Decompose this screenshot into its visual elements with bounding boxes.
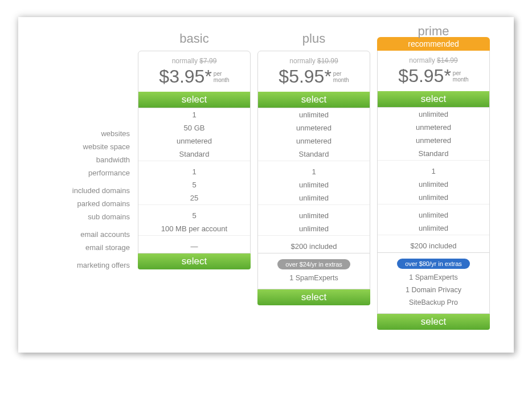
feat-basic-website-space: 50 GB [138, 121, 250, 134]
feat-prime-websites: unlimited [378, 108, 489, 121]
price-basic: $3.95* [159, 66, 212, 87]
feat-prime-included-domains: 1 [378, 165, 489, 178]
feat-basic-marketing-offers: — [138, 240, 250, 253]
feat-plus-parked-domains: unlimited [258, 178, 370, 191]
select-button-plus-bottom[interactable]: select [257, 289, 370, 305]
feat-plus-included-domains: 1 [258, 165, 370, 178]
normally-label: normally [409, 56, 435, 64]
feat-plus-email-storage: unlimited [258, 222, 370, 235]
old-price-plus: $10.99 [317, 57, 338, 65]
feat-prime-sub-domains: unlimited [378, 191, 489, 204]
feat-basic-websites: 1 [138, 108, 250, 121]
feat-basic-included-domains: 1 [138, 165, 250, 178]
label-website-space: website space [35, 140, 138, 153]
label-email-storage: email storage [35, 241, 138, 254]
feat-plus-marketing-offers: $200 included [258, 240, 370, 253]
feat-prime-bandwidth: unmetered [378, 134, 489, 147]
extra-prime-spamexperts: 1 SpamExperts [378, 271, 489, 284]
recommended-badge: recommended [377, 37, 490, 51]
features-basic: 1 50 GB unmetered Standard 1 5 25 5 100 … [138, 108, 251, 253]
normally-label: normally [172, 57, 198, 65]
plan-prime: prime recommended normally $14.99 $5.95*… [377, 31, 490, 330]
features-plus: unlimited unmetered unmetered Standard 1… [257, 108, 370, 253]
label-websites: websites [35, 127, 138, 140]
extra-prime-domain-privacy: 1 Domain Privacy [378, 284, 489, 296]
feat-prime-marketing-offers: $200 included [378, 239, 489, 252]
label-parked-domains: parked domains [35, 197, 138, 210]
label-email-accounts: email accounts [35, 228, 138, 241]
month-label: month [333, 77, 349, 83]
price-prime: $5.95* [398, 66, 451, 87]
extras-pill-prime: over $80/yr in extras [397, 259, 470, 269]
price-box-plus: normally $10.99 $5.95* per month [258, 51, 370, 92]
feat-prime-parked-domains: unlimited [378, 178, 489, 191]
extras-prime: over $80/yr in extras 1 SpamExperts 1 Do… [377, 253, 490, 314]
plan-basic: basic normally $7.99 $3.95* per month [138, 31, 251, 269]
label-performance: performance [35, 166, 138, 179]
plan-plus: plus normally $10.99 $5.95* per month [257, 31, 370, 305]
plan-title-basic: basic [138, 31, 251, 51]
select-button-prime-bottom[interactable]: select [377, 314, 490, 330]
select-button-basic-top[interactable]: select [138, 92, 250, 108]
old-price-prime: $14.99 [437, 56, 458, 64]
pricing-table: websites website space bandwidth perform… [18, 17, 514, 353]
feat-prime-email-accounts: unlimited [378, 208, 489, 222]
feat-basic-email-accounts: 5 [138, 209, 250, 222]
feat-basic-performance: Standard [138, 148, 250, 161]
feat-plus-websites: unlimited [258, 108, 370, 121]
feat-plus-bandwidth: unmetered [258, 134, 370, 148]
feat-plus-email-accounts: unlimited [258, 209, 370, 222]
price-box-basic: normally $7.99 $3.95* per month [138, 51, 250, 92]
feat-plus-performance: Standard [258, 148, 370, 161]
extra-prime-sitebackup: SiteBackup Pro [378, 296, 489, 309]
month-label: month [214, 77, 230, 83]
label-marketing-offers: marketing offers [35, 259, 138, 272]
feat-basic-sub-domains: 25 [138, 191, 250, 204]
select-button-basic-bottom[interactable]: select [138, 253, 251, 269]
per-label: per [333, 71, 341, 77]
plan-title-prime: prime [377, 31, 490, 37]
plan-title-plus: plus [257, 31, 370, 51]
label-bandwidth: bandwidth [35, 153, 138, 166]
feat-basic-parked-domains: 5 [138, 178, 250, 191]
feat-prime-email-storage: unlimited [378, 222, 489, 235]
select-button-prime-top[interactable]: select [378, 91, 489, 107]
per-label: per [214, 71, 222, 77]
feat-plus-sub-domains: unlimited [258, 191, 370, 204]
label-included-domains: included domains [35, 184, 138, 197]
feat-basic-bandwidth: unmetered [138, 134, 250, 148]
label-sub-domains: sub domains [35, 210, 138, 223]
feat-prime-performance: Standard [378, 147, 489, 160]
month-label: month [453, 76, 469, 83]
feat-prime-website-space: unmetered [378, 121, 489, 134]
old-price-basic: $7.99 [199, 57, 216, 65]
price-plus: $5.95* [279, 66, 332, 87]
price-box-prime: normally $14.99 $5.95* per month [378, 51, 489, 91]
extras-pill-plus: over $24/yr in extras [277, 259, 350, 269]
feat-basic-email-storage: 100 MB per account [138, 222, 250, 235]
features-prime: unlimited unmetered unmetered Standard 1… [377, 108, 490, 253]
feature-labels-column: websites website space bandwidth perform… [35, 31, 138, 272]
normally-label: normally [289, 57, 315, 65]
extra-plus-spamexperts: 1 SpamExperts [258, 272, 370, 284]
select-button-plus-top[interactable]: select [258, 92, 370, 108]
feat-plus-website-space: unmetered [258, 121, 370, 134]
extras-plus: over $24/yr in extras 1 SpamExperts [257, 253, 370, 289]
per-label: per [453, 70, 461, 76]
